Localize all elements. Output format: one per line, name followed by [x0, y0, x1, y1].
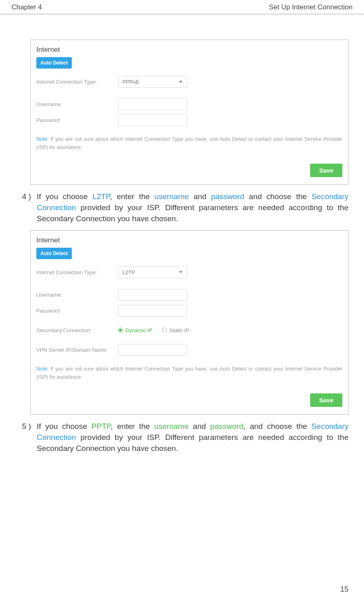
- page-content: Internet Auto Detect Internet Connection…: [0, 40, 364, 454]
- radio-label: Dynamic IP: [125, 327, 152, 333]
- highlight-l2tp: L2TP: [92, 192, 110, 201]
- row-username: Username:: [36, 98, 342, 110]
- save-button[interactable]: Save: [310, 393, 342, 407]
- radio-group-secondary: Dynamic IP Static IP: [118, 327, 189, 333]
- step-body: If you choose L2TP, enter the username a…: [37, 191, 348, 224]
- label-vpn-server: VPN Server IP/Domain Name:: [36, 347, 118, 353]
- label-username: Username:: [36, 292, 118, 298]
- label-username: Username:: [36, 101, 118, 107]
- chevron-down-icon: [179, 81, 183, 83]
- username-input[interactable]: [118, 289, 187, 301]
- select-connection-type[interactable]: L2TP: [118, 266, 187, 278]
- step-number: 5 ): [22, 421, 37, 454]
- highlight-username: username: [154, 192, 189, 201]
- radio-label: Static IP: [169, 327, 189, 333]
- username-input[interactable]: [118, 98, 187, 110]
- label-password: Password:: [36, 117, 118, 123]
- row-vpn-server: VPN Server IP/Domain Name:: [36, 344, 342, 356]
- row-connection-type: Internet Connection Type: L2TP: [36, 266, 342, 278]
- note-label: Note:: [36, 366, 49, 372]
- auto-detect-button[interactable]: Auto Detect: [36, 248, 72, 259]
- page-header: Chapter 4 Set Up Internet Connection: [0, 0, 364, 14]
- select-connection-type[interactable]: PPPoE: [118, 76, 187, 88]
- section-title: Set Up Internet Connection: [269, 3, 353, 11]
- radio-dot-icon: [119, 329, 122, 331]
- step-number: 4 ): [22, 191, 37, 224]
- radio-icon: [118, 328, 123, 333]
- highlight-password: password: [211, 192, 244, 201]
- note: Note: If you are not sure about which In…: [36, 365, 342, 381]
- highlight-password: password: [210, 422, 243, 431]
- save-button[interactable]: Save: [310, 164, 342, 177]
- radio-static-ip[interactable]: Static IP: [162, 327, 189, 333]
- note-label: Note:: [36, 136, 49, 142]
- highlight-pptp: PPTP: [91, 422, 111, 431]
- step-5: 5 ) If you choose PPTP, enter the userna…: [22, 421, 348, 454]
- row-password: Password:: [36, 114, 342, 126]
- radio-icon: [162, 328, 167, 333]
- vpn-server-input[interactable]: [118, 344, 187, 356]
- step-4: 4 ) If you choose L2TP, enter the userna…: [22, 191, 348, 224]
- note-text: If you are not sure about which Internet…: [36, 136, 342, 150]
- highlight-username: username: [154, 422, 189, 431]
- row-secondary-connection: Secondary Connection: Dynamic IP Static …: [36, 327, 342, 333]
- row-connection-type: Internet Connection Type: PPPoE: [36, 76, 342, 88]
- page-number: 15: [340, 585, 348, 594]
- save-row: Save: [36, 164, 342, 177]
- radio-dynamic-ip[interactable]: Dynamic IP: [118, 327, 152, 333]
- select-value: PPPoE: [122, 79, 140, 85]
- note: Note: If you are not sure about which In…: [36, 135, 342, 151]
- row-password: Password:: [36, 305, 342, 317]
- select-value: L2TP: [122, 269, 135, 275]
- label-secondary-connection: Secondary Connection:: [36, 327, 118, 333]
- row-username: Username:: [36, 289, 342, 301]
- step-body: If you choose PPTP, enter the username a…: [37, 421, 348, 454]
- internet-panel-pppoe: Internet Auto Detect Internet Connection…: [30, 40, 348, 185]
- internet-panel-l2tp: Internet Auto Detect Internet Connection…: [30, 230, 348, 415]
- chevron-down-icon: [179, 271, 183, 273]
- label-connection-type: Internet Connection Type:: [36, 79, 118, 85]
- chapter-label: Chapter 4: [11, 3, 42, 11]
- password-input[interactable]: [118, 305, 187, 317]
- save-row: Save: [36, 393, 342, 407]
- label-password: Password:: [36, 308, 118, 314]
- password-input[interactable]: [118, 114, 187, 126]
- panel-title: Internet: [36, 236, 342, 244]
- note-text: If you are not sure about which Internet…: [36, 366, 342, 380]
- label-connection-type: Internet Connection Type:: [36, 269, 118, 275]
- panel-title: Internet: [36, 46, 342, 54]
- auto-detect-button[interactable]: Auto Detect: [36, 57, 72, 69]
